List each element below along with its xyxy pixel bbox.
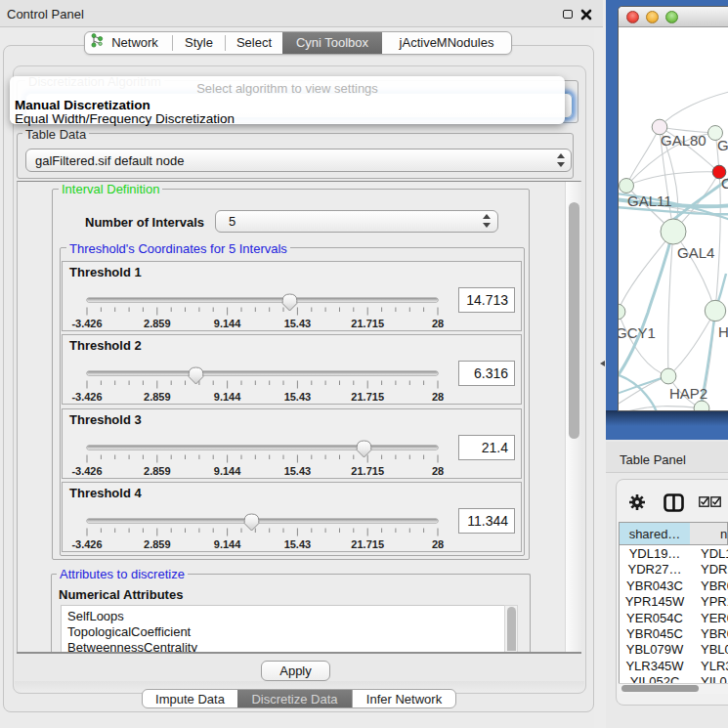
svg-text:GAL4: GAL4 bbox=[677, 244, 714, 261]
svg-text:GAL11: GAL11 bbox=[627, 193, 672, 209]
svg-text:G.: G. bbox=[717, 137, 728, 153]
svg-text:H: H bbox=[718, 323, 728, 340]
svg-text:HAP2: HAP2 bbox=[669, 385, 707, 402]
svg-text:GCY1: GCY1 bbox=[619, 324, 656, 341]
svg-text:C: C bbox=[721, 175, 728, 192]
svg-text:GAL80: GAL80 bbox=[661, 132, 707, 149]
